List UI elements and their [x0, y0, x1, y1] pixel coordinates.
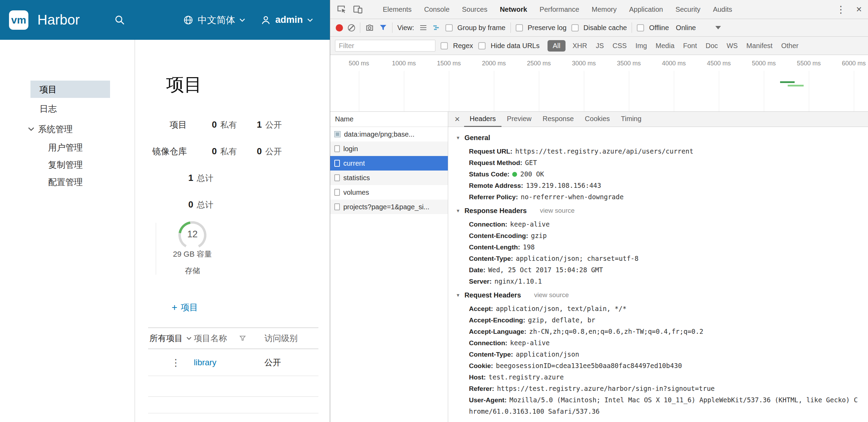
timeline-gridline	[764, 71, 764, 111]
sidebar-group-system-management[interactable]: 系统管理	[28, 119, 135, 139]
tab-application[interactable]: Application	[623, 0, 669, 19]
filter-type-css[interactable]: CSS	[611, 42, 629, 50]
disable-cache-checkbox[interactable]	[571, 24, 579, 31]
record-button[interactable]	[336, 24, 343, 31]
request-row[interactable]: projects?page=1&page_si...	[330, 200, 448, 214]
network-filterbar: Regex Hide data URLs All XHR JS CSS Img …	[330, 37, 868, 55]
clear-icon[interactable]	[348, 24, 355, 31]
tab-response[interactable]: Response	[537, 112, 579, 127]
sidebar-item-user-management[interactable]: 用户管理	[48, 139, 135, 156]
sidebar-item-projects[interactable]: 项目	[30, 81, 110, 98]
filter-type-all[interactable]: All	[548, 40, 566, 52]
section-response-headers[interactable]: ▼ Response Headers view source	[456, 203, 861, 219]
tab-security[interactable]: Security	[669, 0, 707, 19]
timeline-tick-label: 500 ms	[349, 60, 369, 67]
filter-type-other[interactable]: Other	[779, 42, 800, 50]
stat-row-repositories: 镜像仓库0私有0公开	[135, 138, 330, 165]
timeline-gridline	[719, 71, 719, 111]
header-value: nginx/1.10.1	[495, 277, 542, 285]
filter-type-media[interactable]: Media	[654, 42, 676, 50]
network-overview-timeline[interactable]: 500 ms 1000 ms 1500 ms 2000 ms 2500 ms 3…	[330, 55, 868, 112]
request-row[interactable]: data:image/png;base...	[330, 127, 448, 141]
row-actions-icon[interactable]: ⋮	[171, 357, 181, 368]
preserve-log-checkbox[interactable]	[516, 24, 523, 31]
header-key: Connection:	[469, 339, 507, 347]
search-button[interactable]	[114, 15, 125, 26]
timeline-tick-label: 3500 ms	[617, 60, 641, 67]
tab-sources[interactable]: Sources	[456, 0, 494, 19]
tab-performance[interactable]: Performance	[533, 0, 586, 19]
requests-name-column-header[interactable]: Name	[330, 112, 448, 127]
header-value: zh-CN,zh;q=0.8,en;q=0.6,zh-TW;q=0.4,fr;q…	[529, 328, 703, 335]
page-title: 项目	[166, 73, 330, 97]
request-row[interactable]: login	[330, 141, 448, 156]
filter-type-js[interactable]: JS	[594, 42, 605, 50]
section-general[interactable]: ▼ General	[456, 130, 861, 146]
view-source-link[interactable]: view source	[540, 207, 575, 214]
screenshot-capture-icon[interactable]	[365, 23, 374, 32]
device-icon	[353, 4, 363, 14]
project-link[interactable]: library	[194, 358, 216, 367]
request-row[interactable]: volumes	[330, 185, 448, 200]
filter-type-doc[interactable]: Doc	[704, 42, 720, 50]
tab-headers[interactable]: Headers	[464, 112, 501, 127]
tab-cookies[interactable]: Cookies	[579, 112, 615, 127]
header-entry: Connection:keep-alive	[469, 337, 861, 349]
show-overview-icon[interactable]	[432, 24, 441, 32]
hide-data-urls-checkbox[interactable]	[478, 42, 486, 49]
small-request-rows-icon[interactable]	[419, 24, 427, 32]
offline-checkbox[interactable]	[637, 24, 644, 31]
tab-network[interactable]: Network	[494, 0, 533, 19]
request-row[interactable]: statistics	[330, 171, 448, 185]
filter-type-manifest[interactable]: Manifest	[745, 42, 775, 50]
filter-type-xhr[interactable]: XHR	[571, 42, 589, 50]
filter-type-ws[interactable]: WS	[725, 42, 739, 50]
header-value: keep-alive	[510, 220, 550, 228]
sidebar-item-replication-management[interactable]: 复制管理	[48, 156, 135, 173]
inspect-element-button[interactable]	[336, 3, 348, 16]
vmware-logo[interactable]: vm	[9, 10, 28, 30]
user-menu[interactable]: admin	[261, 15, 313, 25]
sidebar-item-configuration-management[interactable]: 配置管理	[48, 173, 135, 191]
storage-label: 存储	[170, 266, 215, 276]
timeline-gridline	[629, 71, 629, 111]
disclosure-triangle-icon[interactable]: ▼	[456, 135, 460, 140]
filter-type-font[interactable]: Font	[681, 42, 699, 50]
stat-public-count: 1	[257, 119, 262, 130]
filter-icon[interactable]	[379, 24, 387, 32]
divider	[360, 22, 360, 33]
request-row[interactable]: current	[330, 156, 448, 171]
filter-type-img[interactable]: Img	[634, 42, 649, 50]
device-toolbar-button[interactable]	[352, 3, 364, 16]
tab-elements[interactable]: Elements	[377, 0, 418, 19]
tab-console[interactable]: Console	[418, 0, 455, 19]
tab-timing[interactable]: Timing	[615, 112, 647, 127]
disclosure-triangle-icon[interactable]: ▼	[456, 208, 460, 213]
table-row[interactable]: ⋮ library 公开	[148, 349, 318, 376]
disclosure-triangle-icon[interactable]: ▼	[456, 293, 460, 298]
column-filter-icon[interactable]	[239, 334, 246, 342]
tab-memory[interactable]: Memory	[586, 0, 623, 19]
sidebar-item-logs[interactable]: 日志	[30, 100, 110, 117]
view-source-link[interactable]: view source	[534, 291, 569, 299]
section-request-headers[interactable]: ▼ Request Headers view source	[456, 287, 861, 303]
language-selector[interactable]: 中文简体	[183, 14, 245, 26]
tab-audits[interactable]: Audits	[707, 0, 739, 19]
throttling-dropdown[interactable]: Online	[676, 24, 721, 32]
chevron-down-icon	[28, 126, 35, 132]
project-scope-dropdown[interactable]: 所有项目	[150, 328, 192, 349]
network-filter-input[interactable]	[335, 40, 435, 52]
total-count: 1	[188, 173, 193, 183]
section-title: Response Headers	[464, 207, 527, 215]
close-details-icon[interactable]: ×	[450, 114, 464, 125]
timeline-tick-label: 4500 ms	[707, 60, 731, 67]
regex-checkbox[interactable]	[441, 42, 448, 49]
devtools-close-icon[interactable]: ×	[856, 4, 862, 15]
devtools-menu-icon[interactable]: ⋮	[836, 4, 846, 15]
tab-preview[interactable]: Preview	[501, 112, 537, 127]
requests-list: Name data:image/png;base... login curren…	[330, 112, 448, 422]
header-key: Content-Type:	[469, 255, 513, 262]
group-by-frame-checkbox[interactable]	[445, 24, 453, 31]
add-project-button[interactable]: + 项目	[172, 302, 198, 313]
header-value: 200 OK	[520, 170, 544, 178]
